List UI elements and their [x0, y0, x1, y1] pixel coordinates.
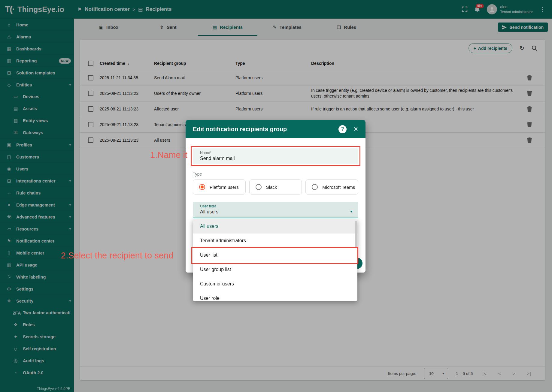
close-button[interactable]: ✕: [353, 125, 358, 133]
radio-icon: [199, 184, 205, 190]
radio-label: Platform users: [210, 185, 239, 190]
radio-label: Microsoft Teams: [322, 185, 355, 190]
dropdown-option-label: All users: [200, 224, 218, 229]
annotation-step2: 2.Select the recipient to send: [61, 251, 173, 261]
dropdown-option-label: User group list: [200, 267, 231, 272]
dropdown-option[interactable]: Customer users: [193, 277, 357, 291]
close-icon: ✕: [353, 126, 358, 132]
user-filter-value: All users: [200, 209, 358, 215]
dropdown-option-label: Tenant administrators: [200, 238, 246, 243]
annotation-step1: 1.Name it: [150, 150, 187, 160]
modal-title: Edit notification recipients group: [193, 126, 287, 133]
dropdown-option-label: User list: [200, 252, 217, 258]
modal-header: Edit notification recipients group ? ✕: [186, 120, 365, 138]
user-filter-dropdown: All users Tenant administrators User lis…: [193, 219, 357, 301]
type-radio-option[interactable]: Platform users: [193, 179, 246, 194]
dropdown-option[interactable]: User list: [193, 248, 357, 262]
radio-icon: [256, 184, 262, 190]
name-field-value: Send alarm mail: [200, 156, 358, 161]
dropdown-option-label: User role: [200, 296, 220, 301]
name-input-field[interactable]: Name* Send alarm mail: [193, 148, 358, 164]
dropdown-option-label: Customer users: [200, 281, 234, 287]
type-radio-option[interactable]: Slack: [249, 179, 302, 194]
dropdown-option[interactable]: Tenant administrators: [193, 234, 357, 248]
dropdown-option[interactable]: All users: [193, 219, 357, 234]
name-field-label: Name*: [200, 151, 358, 155]
radio-icon: [312, 184, 318, 190]
type-radio-option[interactable]: Microsoft Teams: [305, 179, 358, 194]
type-section-label: Type: [193, 172, 202, 176]
dropdown-caret-icon: ▾: [350, 209, 352, 214]
user-filter-label: User filter: [200, 204, 358, 208]
question-mark-icon: ?: [341, 126, 344, 132]
dropdown-option[interactable]: User group list: [193, 262, 357, 277]
user-filter-select[interactable]: User filter All users ▾: [193, 202, 358, 218]
dropdown-scrollbar[interactable]: [355, 221, 357, 248]
dropdown-option[interactable]: User role: [193, 291, 357, 301]
help-button[interactable]: ?: [338, 125, 347, 133]
radio-label: Slack: [266, 185, 277, 190]
